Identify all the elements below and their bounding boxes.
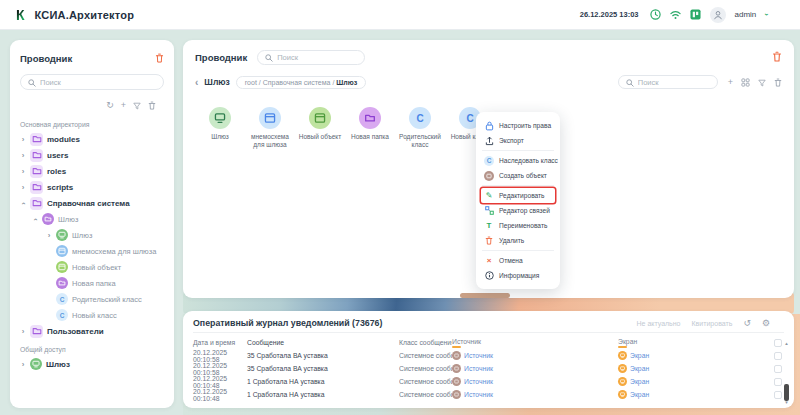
user-avatar[interactable]	[710, 7, 726, 23]
source-link[interactable]: Источник	[464, 378, 493, 385]
menu-item-label: Редактировать	[499, 192, 545, 199]
top-bar: К КСИА.Архитектор 26.12.2025 13:03 admin…	[0, 0, 800, 30]
row-checkbox[interactable]	[774, 365, 782, 373]
trash-icon[interactable]	[774, 73, 782, 91]
menu-item-cancel[interactable]: × Отмена	[481, 253, 555, 268]
column-source[interactable]: Источник	[452, 338, 618, 348]
main-search-input[interactable]	[277, 53, 357, 62]
sidebar-search-input[interactable]	[40, 78, 156, 87]
tile-new-folder[interactable]: Новая папка	[347, 107, 393, 149]
chevron-up-icon[interactable]: ›	[19, 200, 28, 206]
journal-row[interactable]: 20.12.2025 00:10:58 35 Сработала ВА уста…	[193, 349, 784, 362]
column-screen[interactable]: Экран	[618, 338, 762, 348]
wifi-icon[interactable]	[670, 6, 681, 24]
journal-row[interactable]: 20.12.2025 00:10:48 1 Сработала НА устав…	[193, 375, 784, 388]
sidebar-item-gateway-folder[interactable]: › Шлюз	[20, 211, 164, 227]
apps-icon[interactable]	[690, 6, 701, 24]
sidebar-item-new-class[interactable]: C Новый класс	[20, 307, 164, 323]
history-icon[interactable]: ↺	[743, 319, 751, 328]
sidebar-item-users-ru[interactable]: › Пользователи	[20, 323, 164, 339]
menu-item-rename[interactable]: T Переименовать	[481, 218, 555, 233]
source-link[interactable]: Источник	[464, 352, 493, 359]
grid-search[interactable]	[618, 75, 718, 89]
chevron-right-icon[interactable]: ›	[46, 231, 52, 240]
chevron-right-icon[interactable]: ›	[20, 360, 26, 369]
filter-icon[interactable]	[758, 73, 766, 91]
scroll-down-icon[interactable]: ▼	[784, 401, 788, 406]
trash-icon[interactable]	[148, 96, 156, 114]
journal-scrollbar[interactable]: ▲ ▼	[782, 342, 791, 405]
tile-gateway[interactable]: Шлюз	[197, 107, 243, 149]
scroll-up-icon[interactable]: ▲	[784, 342, 788, 347]
menu-item-edit[interactable]: ✎ Редактировать	[481, 188, 555, 203]
sidebar-item-reference-system[interactable]: › Справочная система	[20, 195, 164, 211]
cell-datetime: 20.12.2025 00:10:58	[193, 349, 247, 363]
grid-search-input[interactable]	[638, 78, 710, 87]
menu-item-information[interactable]: Информация	[481, 268, 555, 283]
menu-item-delete[interactable]: Удалить	[481, 233, 555, 248]
main-panel-title: Проводник	[195, 52, 247, 63]
column-class[interactable]: Класс сообщения	[399, 339, 452, 346]
source-link[interactable]: Источник	[464, 391, 493, 398]
back-chevron-icon[interactable]: ‹	[195, 77, 198, 88]
row-checkbox[interactable]	[774, 378, 782, 386]
sidebar-item-users[interactable]: › users	[20, 147, 164, 163]
tree-item-label: Пользователи	[47, 327, 104, 336]
trash-icon[interactable]	[772, 48, 782, 66]
sidebar-item-mnemoscheme[interactable]: мнемосхема для шлюза	[20, 243, 164, 259]
tile-mnemoscheme[interactable]: мнемосхема для шлюза	[247, 107, 293, 149]
screen-link[interactable]: Экран	[630, 378, 649, 385]
section-main-directory: Основная директория	[20, 121, 164, 128]
scrollbar-thumb[interactable]	[784, 384, 789, 401]
menu-item-configure-rights[interactable]: Настроить права	[481, 118, 555, 133]
column-datetime[interactable]: Дата и время	[193, 339, 247, 346]
breadcrumb[interactable]: root / Справочная система / Шлюз	[236, 76, 366, 89]
screen-link[interactable]: Экран	[630, 352, 649, 359]
sidebar-item-new-object[interactable]: Новый объект	[20, 259, 164, 275]
gear-icon[interactable]: ⚙	[762, 319, 770, 328]
chevron-up-icon[interactable]: ›	[31, 216, 40, 222]
menu-item-export[interactable]: Экспорт	[481, 133, 555, 148]
screen-link[interactable]: Экран	[630, 391, 649, 398]
sidebar-item-roles[interactable]: › roles	[20, 163, 164, 179]
screen-link[interactable]: Экран	[630, 365, 649, 372]
grid-view-icon[interactable]	[741, 73, 750, 91]
sidebar-item-modules[interactable]: › modules	[20, 131, 164, 147]
tile-new-object[interactable]: Новый объект	[297, 107, 343, 149]
chevron-right-icon[interactable]: ›	[20, 135, 26, 144]
refresh-icon[interactable]: ↻	[106, 101, 114, 110]
row-checkbox[interactable]	[774, 352, 782, 360]
panel-resize-handle[interactable]	[460, 293, 510, 298]
chevron-right-icon[interactable]: ›	[20, 327, 26, 336]
chevron-right-icon[interactable]: ›	[20, 167, 26, 176]
sidebar-search[interactable]	[20, 74, 164, 90]
lock-icon	[484, 121, 494, 131]
sidebar-item-shared-gateway[interactable]: › Шлюз	[20, 356, 164, 372]
tile-parent-class[interactable]: C Родительский класс	[397, 107, 443, 149]
chevron-right-icon[interactable]: ›	[20, 151, 26, 160]
main-search[interactable]	[257, 50, 365, 65]
sidebar-item-new-folder[interactable]: Новая папка	[20, 275, 164, 291]
filter-icon[interactable]	[133, 96, 141, 114]
sidebar-item-gateway[interactable]: › Шлюз	[20, 227, 164, 243]
acknowledge-button[interactable]: Квитировать	[692, 320, 733, 327]
select-all-checkbox[interactable]	[774, 339, 782, 347]
menu-item-label: Настроить права	[499, 122, 551, 129]
not-actual-button[interactable]: Не актуально	[637, 320, 681, 327]
add-icon[interactable]: +	[728, 78, 733, 87]
column-message[interactable]: Сообщение	[247, 339, 399, 346]
add-icon[interactable]: +	[121, 101, 126, 110]
source-link[interactable]: Источник	[464, 365, 493, 372]
chevron-right-icon[interactable]: ›	[20, 183, 26, 192]
menu-item-inherit-class[interactable]: C Наследовать класс	[481, 153, 555, 168]
clock-icon[interactable]	[650, 6, 661, 24]
menu-item-relations-editor[interactable]: Редактор связей	[481, 203, 555, 218]
journal-row[interactable]: 20.12.2025 00:10:48 1 Сработала НА устав…	[193, 388, 784, 401]
chevron-down-icon[interactable]: ›	[762, 13, 771, 16]
sidebar-item-parent-class[interactable]: C Родительский класс	[20, 291, 164, 307]
journal-row[interactable]: 20.12.2025 00:10:58 35 Сработала ВА уста…	[193, 362, 784, 375]
menu-item-create-object[interactable]: Создать объект	[481, 168, 555, 183]
trash-icon[interactable]	[155, 49, 164, 67]
sidebar-item-scripts[interactable]: › scripts	[20, 179, 164, 195]
row-checkbox[interactable]	[774, 391, 782, 399]
